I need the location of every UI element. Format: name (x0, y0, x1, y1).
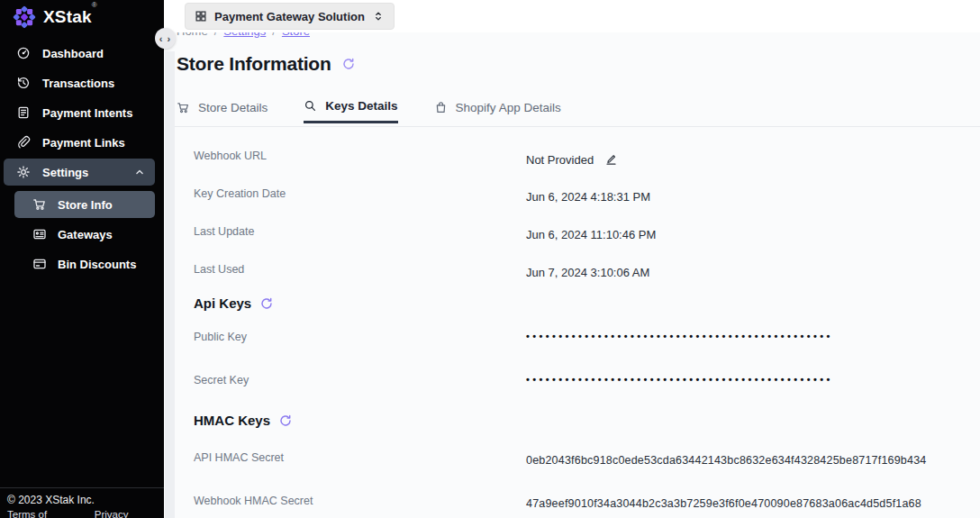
copyright-text: © 2023 XStak Inc. (7, 494, 157, 506)
gauge-icon (16, 46, 31, 60)
sidebar-item-payment-links[interactable]: Payment Links (4, 129, 155, 156)
sidebar-item-label: Bin Discounts (58, 258, 136, 271)
field-label: Last Used (194, 263, 244, 276)
app-window: XStak® Dashboard Transactions Payment In… (0, 0, 980, 518)
main-content: Home/Settings/Store Store Information St… (164, 0, 980, 518)
tab-store-details[interactable]: Store Details (177, 99, 268, 123)
tab-keys-details[interactable]: Keys Details (304, 99, 397, 123)
field-label: Webhook URL (194, 150, 267, 162)
field-row-secret-key: Secret Key •••••••••••••••••••••••••••••… (177, 372, 962, 399)
sidebar-item-label: Transactions (42, 77, 114, 90)
field-label: Key Creation Date (194, 187, 286, 200)
hmac-secret-value: 0eb2043f6bc918c0ede53cda63442143bc8632e6… (526, 454, 926, 467)
field-label: Last Update (194, 225, 254, 238)
sidebar-footer: © 2023 XStak Inc. Terms of Service Priva… (0, 487, 164, 518)
logo-text: XStak (43, 7, 92, 26)
section-heading: HMAC Keys (194, 413, 270, 428)
scrollbar-track[interactable] (165, 51, 175, 518)
tab-shopify-app-details[interactable]: Shopify App Details (434, 99, 561, 123)
tab-bar: Store Details Keys Details Shopify App D… (177, 99, 561, 123)
section-heading: Api Keys (194, 295, 251, 311)
field-row-api-hmac-secret: API HMAC Secret 0eb2043f6bc918c0ede53cda… (177, 450, 962, 477)
section-hmac-keys: HMAC Keys (194, 413, 293, 428)
sidebar-item-label: Dashboard (42, 47, 104, 60)
privacy-link[interactable]: Privacy Policy (95, 509, 157, 518)
field-row-last-used: Last Used Jun 7, 2024 3:10:06 AM (177, 261, 962, 288)
credit-card-icon (32, 257, 47, 271)
field-value: Jun 6, 2024 11:10:46 PM (526, 228, 656, 241)
sidebar-item-payment-intents[interactable]: Payment Intents (4, 99, 155, 126)
xstak-logo-icon (11, 4, 38, 31)
list-icon (16, 105, 31, 120)
section-api-keys: Api Keys (194, 295, 274, 311)
tab-label: Shopify App Details (456, 101, 561, 114)
app-switcher-label: Payment Gateway Solution (214, 10, 365, 23)
edit-pencil-icon[interactable] (604, 152, 618, 166)
field-row-key-creation-date: Key Creation Date Jun 6, 2024 4:18:31 PM (177, 186, 962, 213)
field-label: Webhook HMAC Secret (194, 495, 313, 507)
sidebar-item-gateways[interactable]: Gateways (14, 221, 155, 248)
sidebar-item-transactions[interactable]: Transactions (4, 69, 155, 96)
sidebar-item-label: Store Info (58, 198, 113, 212)
tab-label: Keys Details (325, 99, 397, 113)
page-title: Store Information (177, 53, 331, 75)
unfold-arrows-icon (372, 10, 385, 23)
cart-icon (32, 197, 47, 212)
terms-link[interactable]: Terms of Service (7, 509, 82, 518)
sidebar-item-dashboard[interactable]: Dashboard (4, 40, 155, 67)
sidebar-item-store-info[interactable]: Store Info (14, 191, 155, 218)
grid-icon (195, 10, 207, 23)
field-value: Not Provided (526, 153, 594, 167)
sidebar-collapse-button[interactable]: ‹ › (155, 28, 176, 49)
field-value: Jun 7, 2024 3:10:06 AM (526, 266, 649, 279)
registered-mark: ® (92, 1, 97, 9)
divider (175, 126, 980, 127)
sidebar-item-label: Gateways (58, 228, 113, 241)
refresh-icon[interactable] (341, 57, 356, 71)
field-row-public-key: Public Key •••••••••••••••••••••••••••••… (177, 329, 962, 356)
field-row-last-update: Last Update Jun 6, 2024 11:10:46 PM (177, 223, 962, 250)
chevron-up-icon (133, 166, 146, 178)
card-id-icon (32, 227, 47, 241)
field-row-webhook-hmac-secret: Webhook HMAC Secret 47a9eef9010f34a3044b… (177, 493, 962, 518)
sidebar: XStak® Dashboard Transactions Payment In… (0, 0, 164, 518)
field-value: Jun 6, 2024 4:18:31 PM (526, 190, 650, 204)
magnifier-icon (304, 99, 317, 113)
hmac-secret-value: 47a9eef9010f34a3044b2c3a3b7259e3f6f0e470… (526, 497, 921, 510)
logo[interactable]: XStak® (11, 4, 97, 31)
field-label: Public Key (194, 331, 247, 343)
app-switcher-dropdown[interactable]: Payment Gateway Solution (185, 3, 395, 30)
masked-key-value: ••••••••••••••••••••••••••••••••••••••••… (526, 374, 833, 385)
sidebar-item-settings[interactable]: Settings (4, 159, 155, 186)
sidebar-item-label: Settings (42, 166, 88, 179)
sidebar-item-bin-discounts[interactable]: Bin Discounts (14, 250, 155, 277)
link-icon (16, 135, 31, 150)
shopping-bag-icon (434, 101, 448, 114)
field-label: Secret Key (194, 374, 249, 386)
masked-key-value: ••••••••••••••••••••••••••••••••••••••••… (526, 331, 833, 341)
field-row-webhook-url: Webhook URL Not Provided (177, 148, 962, 175)
refresh-icon[interactable] (259, 296, 274, 311)
tab-label: Store Details (198, 101, 268, 114)
gear-icon (16, 165, 31, 179)
sidebar-item-label: Payment Intents (42, 106, 132, 120)
history-icon (16, 76, 31, 90)
field-label: API HMAC Secret (194, 451, 284, 464)
top-header: Payment Gateway Solution (164, 0, 980, 32)
cart-icon (177, 101, 190, 114)
refresh-icon[interactable] (278, 413, 293, 428)
sidebar-item-label: Payment Links (42, 136, 125, 150)
